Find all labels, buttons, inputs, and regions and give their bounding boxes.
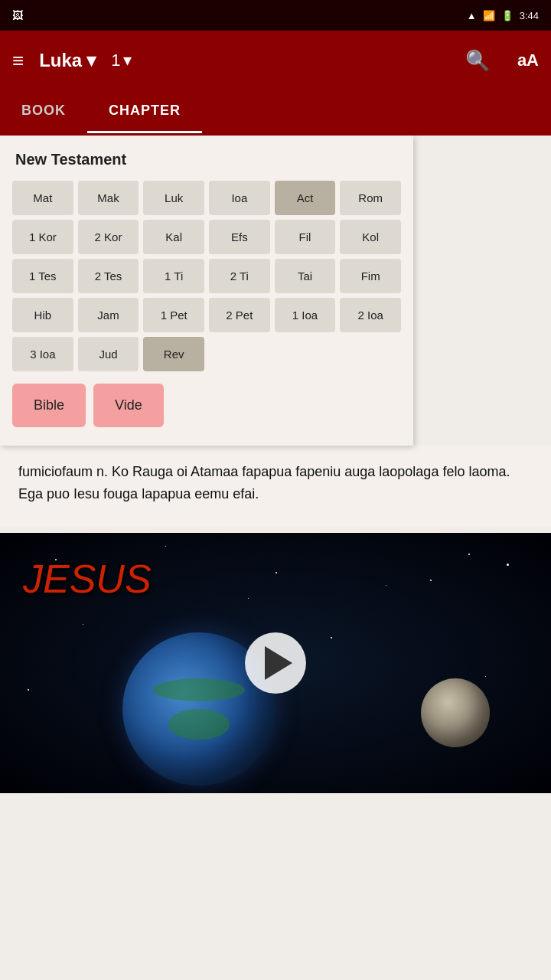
book-btn-kal[interactable]: Kal [143, 220, 204, 254]
video-section: JESUS [0, 533, 551, 793]
book-selector[interactable]: Luka ▾ [39, 50, 96, 71]
toolbar: ≡ Luka ▾ 1 ▾ 🔍 aA [0, 31, 551, 90]
vide-button[interactable]: Vide [93, 384, 164, 427]
book-btn-1ti[interactable]: 1 Ti [143, 259, 204, 293]
book-btn-jud[interactable]: Jud [78, 337, 139, 371]
book-btn-2tes[interactable]: 2 Tes [78, 259, 139, 293]
book-btn-3ioa[interactable]: 3 Ioa [12, 337, 73, 371]
status-right: ▲ 📶 🔋 3:44 [467, 10, 539, 21]
star [248, 598, 249, 599]
star [28, 689, 29, 691]
wifi-icon: ▲ [467, 10, 477, 21]
testament-label: New Testament [12, 151, 401, 168]
star [386, 585, 386, 586]
chapter-number: 1 [111, 51, 120, 70]
video-container[interactable]: JESUS [0, 533, 551, 793]
book-btn-2ti[interactable]: 2 Ti [209, 259, 270, 293]
book-btn-tai[interactable]: Tai [275, 259, 336, 293]
star [468, 554, 470, 555]
book-btn-1tes[interactable]: 1 Tes [12, 259, 73, 293]
status-left: 🖼 [12, 9, 23, 21]
play-button[interactable] [245, 632, 306, 694]
book-btn-2ioa[interactable]: 2 Ioa [340, 298, 401, 332]
star [276, 572, 277, 573]
chapter-selector[interactable]: 1 ▾ [111, 51, 132, 70]
book-btn-mat[interactable]: Mat [12, 181, 73, 215]
chapter-dropdown-icon: ▾ [123, 51, 132, 70]
book-btn-jam[interactable]: Jam [78, 298, 139, 332]
search-button[interactable]: 🔍 [465, 49, 490, 73]
book-btn-hib[interactable]: Hib [12, 298, 73, 332]
star [507, 564, 509, 566]
planet-moon [421, 678, 490, 747]
book-btn-2kor[interactable]: 2 Kor [78, 220, 139, 254]
book-btn-luk[interactable]: Luk [143, 181, 204, 215]
tabs-bar: BOOK CHAPTER [0, 90, 551, 136]
play-icon [265, 646, 292, 680]
jesus-logo: JESUS [23, 556, 152, 602]
book-btn-2pet[interactable]: 2 Pet [209, 298, 270, 332]
tab-book[interactable]: BOOK [0, 90, 87, 133]
book-btn-fil[interactable]: Fil [275, 220, 336, 254]
page-wrapper: 🖼 ▲ 📶 🔋 3:44 ≡ Luka ▾ 1 ▾ 🔍 aA BOOK [0, 0, 551, 793]
book-btn-act[interactable]: Act [275, 181, 336, 215]
book-btn-fim[interactable]: Fim [340, 259, 401, 293]
dropdown-panel: New Testament Mat Mak Luk Ioa Act Rom 1 … [0, 136, 413, 446]
signal-icon: 📶 [483, 10, 495, 21]
star [165, 546, 166, 547]
star [430, 580, 432, 581]
book-btn-efs[interactable]: Efs [209, 220, 270, 254]
overlay-area: BOOK CHAPTER New Testament Mat Mak Luk I… [0, 90, 551, 446]
book-btn-mak[interactable]: Mak [78, 181, 139, 215]
book-btn-rom[interactable]: Rom [340, 181, 401, 215]
battery-icon: 🔋 [501, 10, 514, 21]
tab-chapter[interactable]: CHAPTER [87, 90, 202, 133]
star [83, 624, 83, 625]
status-bar: 🖼 ▲ 📶 🔋 3:44 [0, 0, 551, 31]
time-display: 3:44 [520, 10, 539, 21]
book-btn-ioa[interactable]: Ioa [209, 181, 270, 215]
star [485, 676, 486, 677]
book-btn-rev[interactable]: Rev [143, 337, 204, 371]
book-btn-1ioa[interactable]: 1 Ioa [275, 298, 336, 332]
book-dropdown-icon: ▾ [86, 50, 96, 71]
bible-button[interactable]: Bible [12, 384, 86, 427]
main-content: fumiciofaum n. Ko Rauga oi Atamaa fapapu… [0, 446, 551, 527]
book-btn-1pet[interactable]: 1 Pet [143, 298, 204, 332]
menu-button[interactable]: ≡ [12, 49, 24, 73]
star [331, 637, 332, 639]
content-paragraph-1: fumiciofaum n. Ko Rauga oi Atamaa fapapu… [18, 461, 533, 505]
action-buttons: Bible Vide [12, 384, 401, 427]
book-btn-1kor[interactable]: 1 Kor [12, 220, 73, 254]
photo-icon: 🖼 [12, 9, 23, 21]
book-btn-kol[interactable]: Kol [340, 220, 401, 254]
font-size-button[interactable]: aA [517, 51, 539, 70]
books-grid: Mat Mak Luk Ioa Act Rom 1 Kor 2 Kor Kal … [12, 181, 401, 371]
book-name: Luka [39, 50, 82, 71]
